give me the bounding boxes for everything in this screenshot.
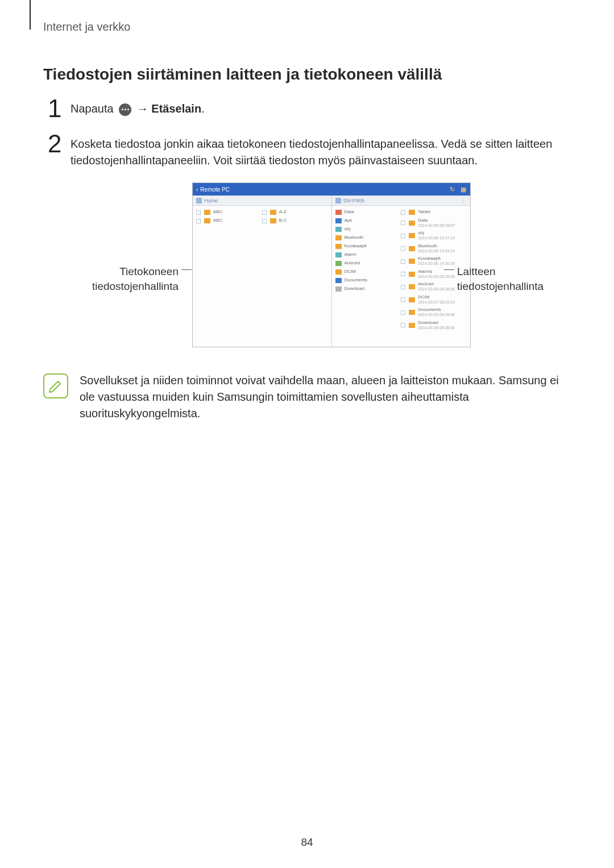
checkbox-icon (401, 323, 405, 327)
list-item-label: Download (345, 286, 365, 292)
checkbox-icon (401, 272, 405, 276)
list-item: obj2014-03-06 14:37:14 (401, 229, 467, 242)
callout-right-line1: Laitteen (457, 265, 496, 277)
device-panel-header: SM-P905 ⋮ (332, 196, 471, 206)
list-item: DCIM (335, 268, 401, 276)
list-item: B-C (262, 217, 328, 225)
list-item: Download2014-03-05 08:38:06 (401, 319, 467, 331)
folder-icon (335, 244, 342, 249)
list-item-label: ABC (213, 210, 222, 215)
step-number-1: 1 (48, 96, 70, 121)
callout-left-line2: tiedostojenhallinta (92, 280, 179, 292)
folder-icon (409, 272, 415, 277)
callout-left-line1: Tietokoneen (119, 265, 179, 277)
device-screenshot: ‹ Remote PC ↻ ▦ Home ABCABC A-ZB-C (192, 182, 471, 347)
device-panel-title: SM-P905 (343, 198, 365, 203)
checkbox-icon (196, 219, 201, 223)
list-item: Apk (335, 217, 401, 225)
checkbox-icon (401, 285, 405, 289)
panel-menu-icon: ⋮ (461, 198, 467, 203)
folder-icon (335, 278, 342, 283)
checkbox-icon (401, 221, 405, 225)
folder-icon (335, 218, 342, 223)
refresh-icon: ↻ (449, 186, 455, 193)
pc-panel-header: Home (193, 196, 331, 206)
list-item-label: Kuvakaapit (345, 244, 367, 249)
pc-panel: Home ABCABC A-ZB-C (193, 196, 332, 347)
folder-icon (409, 210, 415, 215)
folder-icon (335, 210, 342, 215)
step-1-prefix: Napauta (70, 102, 117, 115)
step-1-body: Napauta → Etäselain. (70, 99, 571, 117)
checkbox-icon (262, 210, 267, 215)
checkbox-icon (401, 259, 405, 264)
list-item: Documents2014-03-05 08:38:06 (401, 306, 467, 318)
callout-right: Laitteen tiedostojenhallinta (457, 264, 565, 293)
grid-icon: ▦ (460, 186, 467, 193)
device-titlebar-text: Remote PC (200, 186, 444, 193)
list-item-label: DCIM (345, 269, 356, 275)
callout-line-left (181, 269, 192, 270)
checkbox-icon (401, 246, 405, 251)
folder-icon (335, 252, 342, 258)
list-item-label: Android (345, 261, 360, 266)
folder-icon (335, 286, 342, 292)
folder-icon (409, 310, 415, 315)
step-1-arrow: → (137, 102, 152, 115)
list-item-label: Download2014-03-05 08:38:06 (418, 321, 455, 330)
list-item-label: Data2014-03-05 08:38:07 (418, 218, 455, 227)
list-item-label: Documents (345, 278, 367, 283)
folder-icon (409, 284, 415, 289)
folder-icon (270, 218, 276, 223)
list-item: Tablet (401, 208, 467, 217)
device-titlebar: ‹ Remote PC ↻ ▦ (193, 183, 470, 196)
list-item: Bluetooth2014-03-06 14:59:14 (401, 242, 467, 255)
device-panel: SM-P905 ⋮ DataApkobjBluetoothKuvakaapitA… (332, 196, 471, 347)
callout-left: Tietokoneen tiedostojenhallinta (76, 264, 179, 293)
list-item: Bluetooth (335, 234, 401, 242)
folder-icon (409, 323, 415, 328)
list-item-label: Apk (345, 218, 352, 223)
back-icon: ‹ (196, 186, 198, 193)
list-item-label: obj2014-03-06 14:37:14 (418, 231, 455, 240)
step-1-bold: Etäselain (151, 102, 201, 115)
list-item: A-Z (262, 208, 328, 217)
list-item: ABC (196, 208, 262, 217)
list-item: ABC (196, 217, 262, 225)
folder-icon (335, 269, 342, 275)
monitor-icon (196, 198, 202, 203)
list-item-label: Android2014-03-05 08:38:06 (418, 282, 455, 291)
folder-icon (335, 227, 342, 232)
tablet-icon (335, 198, 341, 203)
list-item: Kuvakaapit (335, 242, 401, 251)
folder-icon (409, 297, 415, 302)
folder-icon (204, 210, 210, 215)
list-item-label: Alarms2014-03-05 08:38:06 (418, 269, 455, 279)
checkbox-icon (401, 310, 405, 315)
checkbox-icon (196, 210, 201, 215)
callout-right-line2: tiedostojenhallinta (457, 280, 544, 292)
pc-panel-title: Home (204, 198, 218, 203)
list-item: Documents (335, 276, 401, 285)
page-number: 84 (0, 836, 614, 849)
list-item-label: Documents2014-03-05 08:38:06 (418, 308, 455, 317)
page-corner-rule (30, 0, 31, 30)
folder-icon (270, 210, 276, 215)
list-item-label: Alarm (345, 252, 356, 258)
list-item: obj (335, 225, 401, 234)
section-title: Tiedostojen siirtäminen laitteen ja tiet… (43, 65, 571, 84)
list-item: Alarm (335, 251, 401, 259)
list-item-label: Kuvakaapit2014-03-06 14:36:54 (418, 256, 455, 265)
list-item-label: A-Z (279, 210, 287, 215)
folder-icon (409, 259, 415, 264)
list-item-label: ABC (213, 218, 222, 223)
list-item: Download (335, 285, 401, 293)
list-item-label: Bluetooth2014-03-06 14:59:14 (418, 244, 455, 253)
checkbox-icon (401, 297, 405, 302)
folder-icon (204, 218, 210, 223)
callout-line-right (444, 269, 454, 270)
list-item: Android (335, 259, 401, 268)
list-item: Data2014-03-05 08:38:07 (401, 217, 467, 229)
note-icon (43, 373, 68, 398)
list-item-label: obj (345, 227, 351, 232)
